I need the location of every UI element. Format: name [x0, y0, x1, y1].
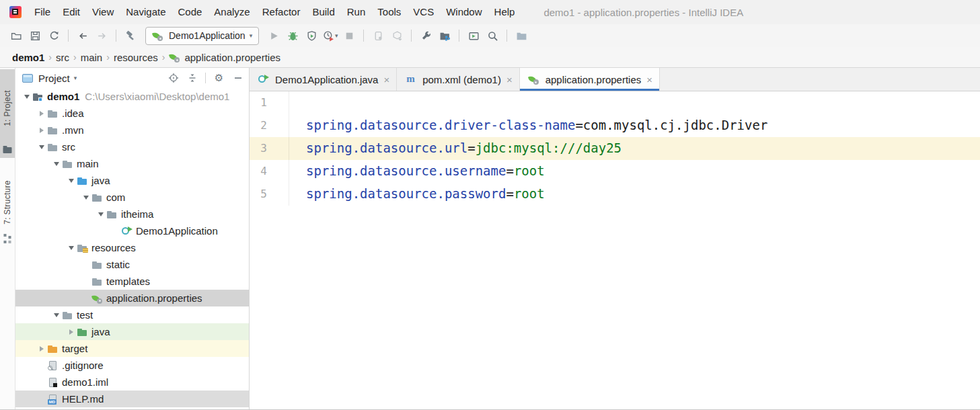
- search-everywhere-button[interactable]: [483, 27, 502, 44]
- menu-edit[interactable]: Edit: [56, 0, 86, 24]
- menu-window[interactable]: Window: [440, 0, 488, 24]
- chevron-right-icon[interactable]: [40, 111, 44, 116]
- editor-tab-application-properties[interactable]: application.properties×: [520, 68, 660, 91]
- menu-help[interactable]: Help: [488, 0, 521, 24]
- chevron-down-icon[interactable]: [83, 196, 89, 200]
- code-text[interactable]: [289, 91, 980, 114]
- tree-row-java[interactable]: java: [15, 323, 249, 340]
- tree-row-itheima[interactable]: itheima: [15, 206, 249, 222]
- menu-refactor[interactable]: Refactor: [256, 0, 307, 24]
- tree-row-resources[interactable]: resources: [15, 239, 249, 256]
- save-button[interactable]: [26, 27, 44, 44]
- save-icon: [30, 30, 41, 42]
- chevron-right-icon[interactable]: [40, 346, 44, 352]
- editor[interactable]: 12spring.datasource.driver-class-name=co…: [250, 91, 980, 410]
- run-anything-button[interactable]: [464, 27, 483, 44]
- menu-vcs[interactable]: VCS: [407, 0, 440, 24]
- project-panel-title[interactable]: Project: [38, 73, 70, 84]
- chevron-down-icon[interactable]: [69, 179, 74, 183]
- editor-tab-pom-xml-demo1[interactable]: mpom.xml (demo1)×: [397, 68, 519, 91]
- run-configuration-select[interactable]: Demo1Application▾: [145, 27, 259, 45]
- line-number[interactable]: 1: [250, 91, 289, 114]
- tree-row-static[interactable]: static: [15, 256, 249, 273]
- hide-icon[interactable]: [232, 73, 243, 84]
- tree-row-main[interactable]: main: [15, 155, 249, 172]
- tree-row-test[interactable]: test: [15, 306, 249, 323]
- tree-row-idea[interactable]: .idea: [15, 105, 249, 122]
- breadcrumb-item-resources[interactable]: resources: [112, 52, 160, 63]
- run-button[interactable]: [264, 27, 283, 44]
- line-number[interactable]: 4: [250, 160, 289, 183]
- breadcrumb-label: src: [56, 52, 69, 63]
- tree-row-src[interactable]: src: [15, 138, 249, 155]
- tree-row-templates[interactable]: templates: [15, 273, 249, 290]
- breadcrumb-item-main[interactable]: main: [79, 52, 105, 63]
- code-text[interactable]: spring.datasource.driver-class-name=com.…: [289, 114, 980, 137]
- tree-row-com[interactable]: com: [15, 189, 249, 206]
- chevron-down-icon[interactable]: [24, 95, 30, 99]
- close-icon[interactable]: ×: [646, 75, 653, 85]
- chevron-right-icon[interactable]: [40, 128, 44, 133]
- tree-row-target[interactable]: target: [15, 340, 249, 357]
- close-icon[interactable]: ×: [383, 75, 390, 85]
- chevron-down-icon[interactable]: [69, 246, 74, 250]
- run-anything-icon: [468, 30, 480, 42]
- breadcrumb-item-application-properties[interactable]: application.properties: [167, 52, 282, 63]
- tool-window-button-structure[interactable]: 7: Structure: [0, 167, 15, 247]
- chevron-down-icon[interactable]: [54, 313, 59, 317]
- forward-button[interactable]: [92, 27, 111, 44]
- update-application-button[interactable]: [387, 27, 406, 44]
- back-button[interactable]: [73, 27, 92, 44]
- line-number[interactable]: 3: [250, 137, 289, 160]
- tree-row-application-properties[interactable]: application.properties: [15, 290, 249, 306]
- chevron-down-icon[interactable]: [54, 162, 59, 166]
- tree-row-demo1[interactable]: demo1C:\Users\xiaomi\Desktop\demo1: [15, 88, 249, 105]
- line-number[interactable]: 5: [250, 183, 289, 206]
- settings-wrench-button[interactable]: [416, 27, 435, 44]
- menu-build[interactable]: Build: [306, 0, 340, 24]
- code-text[interactable]: spring.datasource.url=jdbc:mysql:///day2…: [289, 137, 980, 160]
- profiler-button[interactable]: ▾: [321, 27, 340, 44]
- tree-item-label: demo1: [47, 91, 79, 102]
- menu-code[interactable]: Code: [172, 0, 208, 24]
- chevron-down-icon[interactable]: [39, 145, 44, 149]
- recent-projects-folder-button[interactable]: [512, 27, 531, 44]
- menu-analyze[interactable]: Analyze: [208, 0, 256, 24]
- tree-row-demo1application[interactable]: Demo1Application: [15, 222, 249, 239]
- project-structure-button[interactable]: [435, 27, 454, 44]
- menu-run[interactable]: Run: [341, 0, 372, 24]
- sync-button[interactable]: [44, 27, 63, 44]
- debug-button[interactable]: [283, 27, 302, 44]
- settings-gear-icon[interactable]: ⚙: [213, 73, 225, 84]
- chevron-down-icon[interactable]: ▾: [74, 75, 77, 81]
- tree-row-help-md[interactable]: MDHELP.md: [15, 391, 249, 407]
- locate-icon[interactable]: [167, 73, 179, 84]
- collapse-all-icon[interactable]: [186, 73, 198, 84]
- chevron-down-icon[interactable]: [98, 212, 104, 216]
- editor-tab-demo1application-java[interactable]: Demo1Application.java×: [250, 68, 397, 91]
- menu-navigate[interactable]: Navigate: [120, 0, 172, 24]
- menu-view[interactable]: View: [86, 0, 120, 24]
- tree-row-gitignore[interactable]: .gitignore: [15, 357, 249, 374]
- code-segment-key: spring.datasource.username: [306, 163, 506, 178]
- close-icon[interactable]: ×: [506, 75, 513, 85]
- code-segment-value: root: [514, 163, 545, 178]
- tool-window-button-project[interactable]: 1: Project: [0, 69, 15, 158]
- breadcrumb-item-src[interactable]: src: [54, 52, 71, 63]
- stop-button[interactable]: [340, 27, 359, 44]
- build-hammer-button[interactable]: [121, 27, 140, 44]
- attach-debugger-button[interactable]: [369, 27, 387, 44]
- run-with-coverage-button[interactable]: [302, 27, 321, 44]
- breadcrumb-separator-icon: ›: [46, 52, 54, 63]
- tree-row-mvn[interactable]: .mvn: [15, 122, 249, 138]
- menu-file[interactable]: File: [28, 0, 56, 24]
- line-number[interactable]: 2: [250, 114, 289, 137]
- tree-row-demo1-iml[interactable]: demo1.iml: [15, 374, 249, 391]
- chevron-right-icon[interactable]: [69, 329, 73, 335]
- open-button[interactable]: [7, 27, 26, 44]
- code-text[interactable]: spring.datasource.username=root: [289, 160, 980, 183]
- menu-tools[interactable]: Tools: [371, 0, 407, 24]
- breadcrumb-item-demo1[interactable]: demo1: [10, 52, 46, 63]
- code-text[interactable]: spring.datasource.password=root: [289, 183, 980, 206]
- tree-row-java[interactable]: java: [15, 172, 249, 189]
